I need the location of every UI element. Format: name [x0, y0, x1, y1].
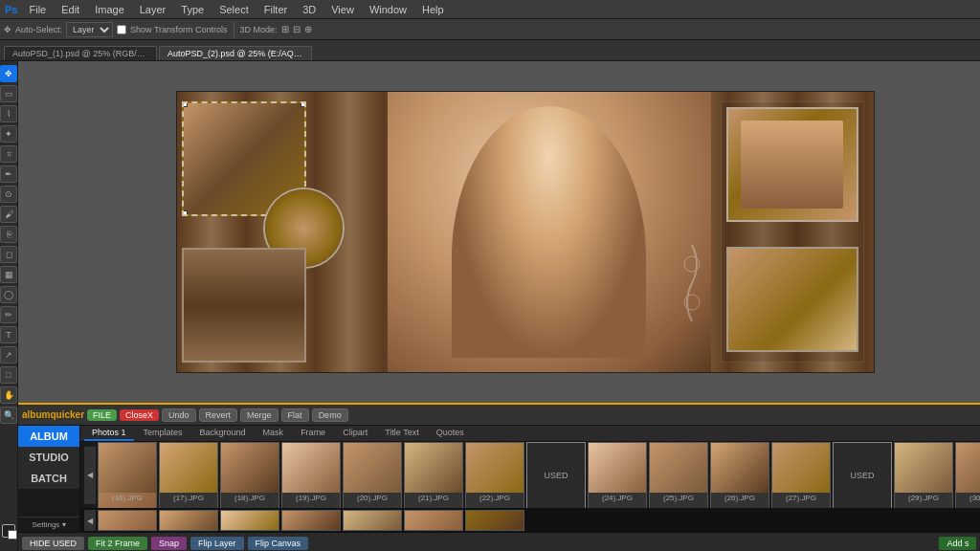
settings-btn[interactable]: Settings ▾	[18, 517, 79, 532]
menu-image[interactable]: Image	[87, 0, 132, 18]
tabbar: AutoPSD_(1).psd @ 25% (RGB/8#) ▸ AutoPSD…	[0, 40, 980, 61]
tool-brush[interactable]: 🖌	[0, 206, 17, 223]
tool-lasso[interactable]: ⌇	[0, 105, 17, 122]
canvas-content	[176, 91, 875, 373]
snap-btn[interactable]: Snap	[151, 537, 187, 550]
toolbar-separator	[234, 22, 234, 37]
tab-2[interactable]: AutoPSD_(2).psd @ 25% (E:/AQ PRO 5.0 Add…	[159, 46, 312, 60]
list-item[interactable]: (17).JPG	[159, 442, 218, 508]
toolbar-icon-1[interactable]: ⊞	[281, 24, 289, 34]
list-item[interactable]: (19).JPG	[281, 442, 341, 508]
tool-zoom[interactable]: 🔍	[0, 407, 17, 424]
menu-type[interactable]: Type	[173, 0, 212, 18]
foreground-color[interactable]	[2, 524, 15, 538]
tool-shape[interactable]: □	[0, 366, 17, 384]
list-item[interactable]	[159, 510, 218, 531]
toolbar-icon-3[interactable]: ⊕	[304, 24, 312, 34]
list-item[interactable]: (21).JPG	[404, 442, 463, 508]
tool-dodge[interactable]: ◯	[0, 286, 17, 303]
aq-revert-btn[interactable]: Revert	[199, 408, 238, 422]
menu-edit[interactable]: Edit	[54, 0, 87, 18]
tool-eraser[interactable]: ◻	[0, 246, 17, 263]
hide-used-btn[interactable]: HIDE USED	[22, 537, 84, 550]
ps-logo: Ps	[5, 4, 17, 15]
list-item[interactable]: (18).JPG	[220, 442, 279, 508]
category-tabs: Photos 1 Templates Background Mask Frame…	[80, 426, 980, 442]
list-item[interactable]: (20).JPG	[343, 442, 402, 508]
menu-view[interactable]: View	[323, 0, 362, 18]
list-item[interactable]	[281, 510, 341, 531]
list-item[interactable]: (29).JPG	[894, 442, 953, 508]
toolbar-icon-2[interactable]: ⊟	[293, 24, 301, 34]
list-item[interactable]: (26).JPG	[710, 442, 769, 508]
thumb-row-2: ◀	[80, 508, 980, 532]
scroll-left-btn[interactable]: ◀	[84, 447, 96, 504]
autoselect-label: Auto-Select:	[15, 25, 62, 34]
cat-photos[interactable]: Photos 1	[84, 426, 134, 441]
list-item[interactable]: (27).JPG	[771, 442, 831, 508]
tool-select-rect[interactable]: ▭	[0, 85, 17, 102]
autoselect-dropdown[interactable]: Layer	[66, 22, 113, 37]
album-btn[interactable]: ALBUM	[18, 426, 79, 447]
action-bar: HIDE USED Fit 2 Frame Snap Flip Layer Fl…	[18, 532, 980, 551]
tool-magic-wand[interactable]: ✦	[0, 125, 17, 143]
tool-eyedropper[interactable]: ✒	[0, 165, 17, 183]
list-item-used-2[interactable]: USED	[833, 442, 892, 508]
cat-background[interactable]: Background	[192, 426, 254, 441]
cat-mask[interactable]: Mask	[256, 426, 292, 441]
scroll-left-btn-2[interactable]: ◀	[84, 510, 96, 531]
list-item[interactable]: (24).JPG	[588, 442, 647, 508]
flip-canvas-btn[interactable]: Flip Canvas	[248, 537, 309, 550]
thumb-row: (16).JPG (17).JPG (18).JPG	[98, 442, 980, 508]
menu-file[interactable]: File	[21, 0, 54, 18]
tool-gradient[interactable]: ▦	[0, 266, 17, 283]
menu-select[interactable]: Select	[212, 0, 256, 18]
list-item[interactable]	[98, 510, 157, 531]
cat-quotes[interactable]: Quotes	[429, 426, 472, 441]
list-item[interactable]: (25).JPG	[649, 442, 708, 508]
tool-pen[interactable]: ✏	[0, 306, 17, 323]
list-item-used[interactable]: USED	[526, 442, 586, 508]
aq-file-btn[interactable]: FILE	[87, 409, 117, 421]
flip-layer-btn[interactable]: Flip Layer	[190, 537, 244, 550]
add-btn[interactable]: Add s	[939, 537, 976, 550]
list-item[interactable]: (22).JPG	[465, 442, 524, 508]
cat-frame[interactable]: Frame	[293, 426, 333, 441]
list-item[interactable]	[465, 510, 524, 531]
menu-filter[interactable]: Filter	[256, 0, 295, 18]
tool-move[interactable]: ✥	[0, 65, 17, 82]
tool-hand[interactable]: ✋	[0, 386, 17, 404]
menu-3d[interactable]: 3D	[295, 0, 323, 18]
tools-panel: ✥ ▭ ⌇ ✦ ⌗ ✒ ⊙ 🖌 ⎘ ◻ ▦ ◯ ✏ T ↗ □ ✋ 🔍	[0, 61, 18, 551]
tool-clone[interactable]: ⎘	[0, 226, 17, 243]
tool-path-select[interactable]: ↗	[0, 346, 17, 364]
list-item[interactable]: (16).JPG	[98, 442, 157, 508]
list-item[interactable]: (30).JPG	[955, 442, 980, 508]
transform-checkbox[interactable]	[117, 25, 126, 34]
list-item[interactable]	[343, 510, 402, 531]
aq-undo-btn[interactable]: Undo	[162, 408, 196, 422]
main-area: ✥ ▭ ⌇ ✦ ⌗ ✒ ⊙ 🖌 ⎘ ◻ ▦ ◯ ✏ T ↗ □ ✋ 🔍	[0, 61, 980, 551]
cat-templates[interactable]: Templates	[136, 426, 190, 441]
cat-clipart[interactable]: Clipart	[335, 426, 375, 441]
aq-merge-btn[interactable]: Merge	[240, 408, 278, 422]
list-item[interactable]	[220, 510, 279, 531]
toolbar: ✥ Auto-Select: Layer Show Transform Cont…	[0, 19, 980, 40]
fit2frame-btn[interactable]: Fit 2 Frame	[88, 537, 147, 550]
menu-help[interactable]: Help	[414, 0, 452, 18]
studio-btn[interactable]: STUDIO	[18, 447, 79, 468]
aq-close-btn[interactable]: CloseX	[120, 409, 159, 421]
tab-1[interactable]: AutoPSD_(1).psd @ 25% (RGB/8#) ▸	[4, 46, 157, 60]
tool-spot-heal[interactable]: ⊙	[0, 186, 17, 203]
menubar: Ps File Edit Image Layer Type Select Fil…	[0, 0, 980, 19]
aq-flat-btn[interactable]: Flat	[281, 408, 309, 422]
cat-titletext[interactable]: Title Text	[377, 426, 427, 441]
aq-demo-btn[interactable]: Demo	[312, 408, 348, 422]
batch-btn[interactable]: BATCH	[18, 468, 79, 489]
menu-layer[interactable]: Layer	[132, 0, 174, 18]
tool-crop[interactable]: ⌗	[0, 145, 17, 163]
tool-text[interactable]: T	[0, 326, 17, 343]
move-tool-icon: ✥	[4, 25, 11, 34]
menu-window[interactable]: Window	[362, 0, 414, 18]
list-item[interactable]	[404, 510, 463, 531]
